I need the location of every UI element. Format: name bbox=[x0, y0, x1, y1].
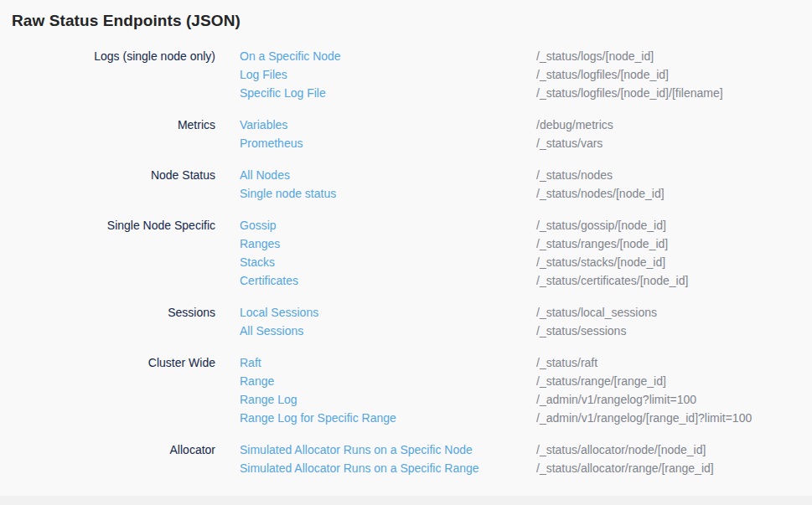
endpoint-path: /_status/nodes/[node_id] bbox=[536, 184, 812, 203]
footer-bar bbox=[0, 496, 812, 505]
endpoint-path: /_status/vars bbox=[536, 134, 812, 152]
links-column: Local SessionsAll Sessions bbox=[240, 303, 536, 340]
endpoint-path: /_status/nodes bbox=[536, 166, 812, 184]
endpoint-path: /_status/sessions bbox=[536, 322, 812, 340]
paths-column: /_status/allocator/node/[node_id]/_statu… bbox=[536, 441, 812, 477]
links-column: RaftRangeRange LogRange Log for Specific… bbox=[240, 353, 536, 427]
category-label: Cluster Wide bbox=[0, 353, 215, 372]
endpoint-group: SessionsLocal SessionsAll Sessions/_stat… bbox=[0, 303, 812, 340]
endpoint-path: /_admin/v1/rangelog?limit=100 bbox=[536, 390, 812, 409]
endpoint-group: Logs (single node only)On a Specific Nod… bbox=[0, 47, 812, 102]
endpoint-link[interactable]: On a Specific Node bbox=[240, 47, 536, 65]
endpoint-path: /_status/ranges/[node_id] bbox=[536, 234, 812, 253]
endpoint-link[interactable]: Certificates bbox=[240, 271, 536, 290]
category-label: Sessions bbox=[0, 303, 215, 322]
endpoint-group: Node StatusAll NodesSingle node status/_… bbox=[0, 166, 812, 203]
endpoint-link[interactable]: Simulated Allocator Runs on a Specific R… bbox=[240, 459, 536, 477]
category-label: Logs (single node only) bbox=[0, 47, 215, 65]
paths-column: /_status/local_sessions/_status/sessions bbox=[536, 303, 812, 340]
endpoint-link[interactable]: Local Sessions bbox=[240, 303, 536, 322]
endpoint-link[interactable]: Single node status bbox=[240, 184, 536, 203]
endpoint-link[interactable]: Stacks bbox=[240, 253, 536, 271]
endpoint-path: /_status/logfiles/[node_id] bbox=[536, 65, 812, 84]
endpoint-link[interactable]: Raft bbox=[240, 353, 536, 372]
paths-column: /_status/nodes/_status/nodes/[node_id] bbox=[536, 166, 812, 203]
links-column: VariablesPrometheus bbox=[240, 116, 536, 152]
links-column: All NodesSingle node status bbox=[240, 166, 536, 203]
endpoint-link[interactable]: Variables bbox=[240, 116, 536, 134]
endpoint-table: Logs (single node only)On a Specific Nod… bbox=[0, 47, 812, 477]
endpoint-link[interactable]: Gossip bbox=[240, 216, 536, 234]
endpoint-group: Single Node SpecificGossipRangesStacksCe… bbox=[0, 216, 812, 290]
category-label: Metrics bbox=[0, 116, 215, 134]
page-title: Raw Status Endpoints (JSON) bbox=[12, 11, 812, 30]
paths-column: /_status/raft/_status/range/[range_id]/_… bbox=[536, 353, 812, 427]
endpoint-link[interactable]: Range Log for Specific Range bbox=[240, 409, 536, 427]
endpoint-group: AllocatorSimulated Allocator Runs on a S… bbox=[0, 441, 812, 477]
endpoint-path: /_status/logfiles/[node_id]/[filename] bbox=[536, 84, 812, 102]
endpoint-path: /_status/allocator/node/[node_id] bbox=[536, 441, 812, 459]
endpoint-group: MetricsVariablesPrometheus/debug/metrics… bbox=[0, 116, 812, 152]
endpoint-path: /_status/local_sessions bbox=[536, 303, 812, 322]
paths-column: /debug/metrics/_status/vars bbox=[536, 116, 812, 152]
endpoint-link[interactable]: All Sessions bbox=[240, 322, 536, 340]
endpoint-link[interactable]: Ranges bbox=[240, 234, 536, 253]
endpoint-link[interactable]: Specific Log File bbox=[240, 84, 536, 102]
links-column: On a Specific NodeLog FilesSpecific Log … bbox=[240, 47, 536, 102]
endpoint-link[interactable]: Prometheus bbox=[240, 134, 536, 152]
endpoint-path: /_status/logs/[node_id] bbox=[536, 47, 812, 65]
endpoint-path: /_admin/v1/rangelog/[range_id]?limit=100 bbox=[536, 409, 812, 427]
endpoint-path: /_status/certificates/[node_id] bbox=[536, 271, 812, 290]
links-column: Simulated Allocator Runs on a Specific N… bbox=[240, 441, 536, 477]
endpoint-group: Cluster WideRaftRangeRange LogRange Log … bbox=[0, 353, 812, 427]
endpoint-path: /_status/range/[range_id] bbox=[536, 372, 812, 390]
category-label: Node Status bbox=[0, 166, 215, 184]
endpoint-link[interactable]: All Nodes bbox=[240, 166, 536, 184]
category-label: Allocator bbox=[0, 441, 215, 459]
endpoint-path: /debug/metrics bbox=[536, 116, 812, 134]
paths-column: /_status/gossip/[node_id]/_status/ranges… bbox=[536, 216, 812, 290]
category-label: Single Node Specific bbox=[0, 216, 215, 234]
links-column: GossipRangesStacksCertificates bbox=[240, 216, 536, 290]
endpoint-link[interactable]: Simulated Allocator Runs on a Specific N… bbox=[240, 441, 536, 459]
endpoint-path: /_status/gossip/[node_id] bbox=[536, 216, 812, 234]
endpoint-path: /_status/raft bbox=[536, 353, 812, 372]
paths-column: /_status/logs/[node_id]/_status/logfiles… bbox=[536, 47, 812, 102]
endpoint-link[interactable]: Range Log bbox=[240, 390, 536, 409]
endpoint-path: /_status/stacks/[node_id] bbox=[536, 253, 812, 271]
endpoint-path: /_status/allocator/range/[range_id] bbox=[536, 459, 812, 477]
endpoint-link[interactable]: Log Files bbox=[240, 65, 536, 84]
endpoint-link[interactable]: Range bbox=[240, 372, 536, 390]
